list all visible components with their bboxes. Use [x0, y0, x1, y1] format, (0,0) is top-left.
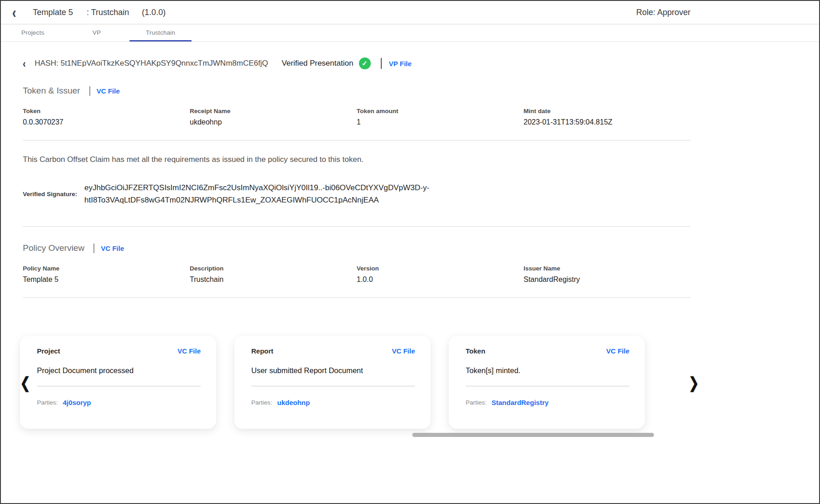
- verified-presentation-label: Verified Presentation: [282, 59, 353, 68]
- card-token: Token VC File Token[s] minted. Parties: …: [449, 336, 645, 429]
- policy-description-title: : Trustchain: [87, 8, 129, 17]
- back-button[interactable]: ‹: [7, 5, 21, 19]
- parties-label: Parties:: [251, 399, 272, 406]
- parties-value-link[interactable]: StandardRegistry: [492, 399, 549, 406]
- tab-projects[interactable]: Projects: [1, 24, 65, 42]
- field-version: Version 1.0.0: [357, 265, 524, 284]
- policy-overview-title: Policy Overview: [23, 243, 84, 253]
- claim-statement: This Carbon Offset Claim has met all the…: [23, 155, 690, 164]
- horizontal-scrollbar-thumb[interactable]: [412, 433, 654, 437]
- verified-check-icon: ✓: [359, 57, 371, 69]
- verified-signature-label: Verified Signature:: [23, 191, 84, 197]
- card-report: Report VC File User submitted Report Doc…: [234, 336, 431, 429]
- card-title: Project: [37, 347, 60, 355]
- vp-file-link[interactable]: VP File: [389, 60, 412, 68]
- verified-signature-value: eyJhbGciOiJFZERTQSIsImI2NCI6ZmFsc2UsImNy…: [84, 182, 431, 206]
- field-token-amount: Token amount 1: [357, 108, 524, 126]
- trustchain-cards: Project VC File Project Document process…: [20, 336, 819, 429]
- trustchain-carousel: ❮ Project VC File Project Document proce…: [1, 336, 819, 455]
- field-label: Mint date: [524, 108, 690, 114]
- field-label: Policy Name: [23, 265, 190, 272]
- parties-value-link[interactable]: 4j0soryp: [63, 399, 91, 406]
- field-label: Receipt Name: [190, 108, 357, 114]
- card-description: Token[s] minted.: [466, 366, 629, 375]
- vertical-divider: [381, 58, 382, 69]
- card-header: Token VC File: [466, 347, 629, 355]
- field-value: 1: [357, 118, 524, 126]
- field-description: Description Trustchain: [190, 265, 357, 284]
- field-token: Token 0.0.3070237: [23, 108, 190, 126]
- vp-hash-label: HASH: 5t1NEpVAoiTkzKeSQYHAKpSY9QnnxcTmJW…: [35, 59, 268, 68]
- card-description: Project Document processed: [37, 366, 201, 375]
- vertical-divider: [89, 86, 90, 96]
- field-issuer-name: Issuer Name StandardRegistry: [524, 265, 690, 284]
- field-value: 0.0.3070237: [23, 118, 190, 126]
- field-policy-name: Policy Name Template 5: [23, 265, 190, 284]
- card-title: Token: [466, 347, 485, 355]
- vertical-divider: [93, 244, 94, 253]
- card-divider: [251, 386, 415, 386]
- hash-row: ‹ HASH: 5t1NEpVAoiTkzKeSQYHAKpSY9QnnxcTm…: [23, 57, 690, 69]
- tab-vp[interactable]: VP: [65, 24, 129, 42]
- field-value: StandardRegistry: [524, 275, 690, 284]
- prev-arrow-icon[interactable]: ❮: [20, 376, 31, 391]
- hash-back-button[interactable]: ‹: [23, 58, 32, 69]
- policy-version: (1.0.0): [142, 8, 166, 17]
- card-project: Project VC File Project Document process…: [20, 336, 216, 429]
- field-receipt-name: Receipt Name ukdeohnp: [190, 108, 357, 126]
- card-vc-file-link[interactable]: VC File: [177, 347, 201, 355]
- card-vc-file-link[interactable]: VC File: [392, 347, 415, 355]
- field-mint-date: Mint date 2023-01-31T13:59:04.815Z: [524, 108, 690, 126]
- parties-label: Parties:: [466, 399, 487, 406]
- token-issuer-section-header: Token & Issuer VC File: [23, 86, 690, 96]
- top-header-bar: ‹ Template 5 : Trustchain (1.0.0) Role: …: [1, 1, 819, 24]
- tab-bar: Projects VP Trustchain: [1, 24, 819, 42]
- card-divider: [37, 386, 201, 386]
- field-value: Template 5: [23, 275, 190, 284]
- parties-value-link[interactable]: ukdeohnp: [277, 399, 310, 406]
- field-value: ukdeohnp: [190, 118, 357, 126]
- policy-overview-vc-file-link[interactable]: VC File: [101, 244, 124, 252]
- field-value: 1.0.0: [357, 275, 524, 284]
- field-label: Version: [357, 265, 524, 272]
- card-parties-row: Parties: 4j0soryp: [37, 399, 201, 406]
- policy-name-title: Template 5: [33, 8, 73, 17]
- section-divider: [23, 226, 690, 227]
- token-issuer-vc-file-link[interactable]: VC File: [97, 87, 120, 95]
- chevron-left-icon: ‹: [12, 4, 16, 20]
- verified-signature-row: Verified Signature: eyJhbGciOiJFZERTQSIs…: [23, 182, 690, 206]
- trustchain-content: ‹ HASH: 5t1NEpVAoiTkzKeSQYHAKpSY9QnnxcTm…: [1, 57, 819, 298]
- card-parties-row: Parties: ukdeohnp: [251, 399, 415, 406]
- field-value: 2023-01-31T13:59:04.815Z: [524, 118, 690, 126]
- user-role-label: Role: Approver: [636, 8, 690, 17]
- chevron-left-icon: ‹: [23, 58, 26, 69]
- card-vc-file-link[interactable]: VC File: [606, 347, 629, 355]
- token-issuer-fields: Token 0.0.3070237 Receipt Name ukdeohnp …: [23, 108, 690, 126]
- card-header: Report VC File: [251, 347, 415, 355]
- card-divider: [466, 386, 629, 386]
- token-issuer-title: Token & Issuer: [23, 86, 80, 96]
- next-arrow-icon[interactable]: ❯: [689, 376, 699, 391]
- app-window: ‹ Template 5 : Trustchain (1.0.0) Role: …: [0, 0, 820, 504]
- card-parties-row: Parties: StandardRegistry: [466, 399, 629, 406]
- field-value: Trustchain: [190, 275, 357, 284]
- field-label: Issuer Name: [524, 265, 690, 272]
- section-divider: [23, 140, 690, 140]
- field-label: Token amount: [357, 108, 524, 114]
- policy-overview-fields: Policy Name Template 5 Description Trust…: [23, 265, 690, 284]
- field-label: Token: [23, 108, 190, 114]
- policy-overview-section-header: Policy Overview VC File: [23, 243, 690, 253]
- card-title: Report: [251, 347, 273, 355]
- tab-trustchain[interactable]: Trustchain: [129, 24, 192, 42]
- field-label: Description: [190, 265, 357, 272]
- section-divider: [23, 297, 690, 298]
- card-header: Project VC File: [37, 347, 201, 355]
- parties-label: Parties:: [37, 399, 58, 406]
- card-description: User submitted Report Document: [251, 366, 415, 375]
